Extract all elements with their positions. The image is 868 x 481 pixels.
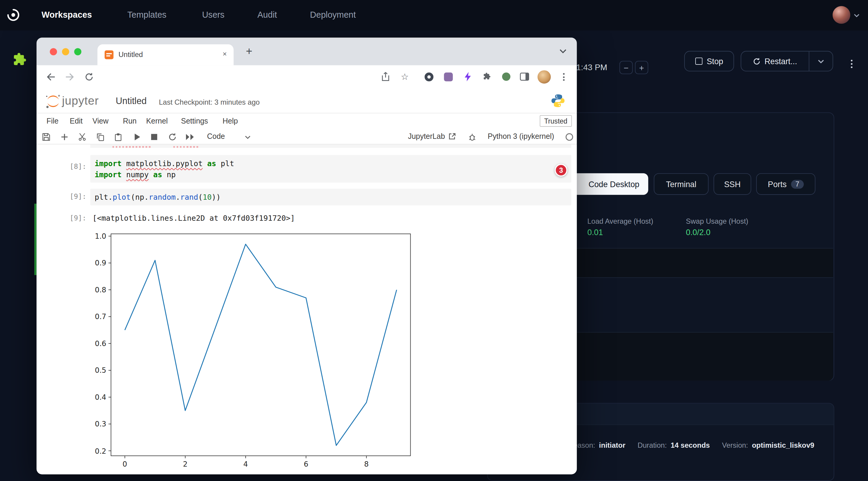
nav-item-users[interactable]: Users [202, 10, 225, 20]
kernel-name[interactable]: Python 3 (ipykernel) [488, 132, 554, 141]
chevron-down-icon [817, 59, 824, 64]
kebab-icon [850, 59, 852, 61]
browser-address-bar: 5555--main--test--matifali.atif.cdr.dev/… [37, 65, 577, 89]
coder-logo[interactable] [5, 7, 21, 25]
nav-item-workspaces[interactable]: Workspaces [41, 10, 92, 20]
build-meta-row: Reason: initiator Duration: 14 seconds V… [568, 441, 814, 450]
y-tick-label: 0.4 [95, 393, 106, 401]
ports-button[interactable]: Ports 7 [756, 173, 815, 195]
menu-edit[interactable]: Edit [70, 117, 83, 125]
chevron-down-icon [245, 135, 251, 139]
save-icon[interactable] [42, 133, 51, 141]
ports-count-badge: 7 [791, 180, 804, 189]
menu-help[interactable]: Help [222, 117, 238, 125]
zoom-in-button[interactable]: + [635, 61, 648, 74]
paste-cell-icon[interactable] [114, 133, 122, 141]
share-icon[interactable] [381, 72, 390, 81]
jupyter-wordmark: jupyter [62, 94, 99, 107]
puzzle-extension-icon[interactable] [11, 52, 28, 71]
cut-cell-icon[interactable] [78, 133, 86, 141]
extension-icon-5[interactable] [502, 72, 510, 81]
menu-kernel[interactable]: Kernel [146, 117, 168, 125]
nav-item-audit[interactable]: Audit [257, 10, 277, 20]
restart-label: Restart... [765, 57, 797, 66]
menu-file[interactable]: File [46, 117, 59, 125]
cell-type-dropdown[interactable]: Code [203, 131, 254, 143]
debugger-icon[interactable] [468, 133, 476, 141]
user-avatar[interactable] [833, 6, 850, 24]
extension-icon-2[interactable] [444, 72, 453, 82]
kernel-status-icon [565, 133, 574, 141]
copy-cell-icon[interactable] [96, 133, 105, 141]
terminal-button[interactable]: Terminal [654, 173, 709, 195]
y-tick-label: 0.2 [95, 447, 106, 455]
restart-button[interactable]: Restart... [741, 52, 809, 71]
window-close-button[interactable] [50, 48, 57, 56]
menu-view[interactable]: View [92, 117, 108, 125]
jupyterlab-link[interactable]: JupyterLab [408, 132, 455, 141]
notebook-scroll-area[interactable]: [8]: import matplotlib.pyplot as plt imp… [37, 145, 577, 474]
x-tick-label: 6 [304, 460, 308, 469]
clipped-cell-remnant [90, 145, 571, 148]
new-tab-button[interactable]: + [242, 45, 255, 58]
browser-tab-strip: Untitled × + [37, 38, 577, 65]
menu-settings[interactable]: Settings [181, 117, 208, 125]
nav-item-templates[interactable]: Templates [127, 10, 166, 20]
run-cell-icon[interactable] [133, 133, 141, 141]
browser-tab[interactable]: Untitled × [97, 44, 234, 65]
cell9-output-prompt: [9]: [52, 214, 86, 222]
restart-options-button[interactable] [809, 52, 833, 71]
code-line: import matplotlib.pyplot as plt [95, 158, 234, 169]
cell9-output-text: [<matplotlib.lines.Line2D at 0x7fd03f191… [92, 214, 295, 223]
window-minimize-button[interactable] [62, 48, 69, 56]
add-cell-icon[interactable] [60, 133, 69, 141]
jupyter-menubar: File Edit View Run Kernel Settings Help … [37, 114, 577, 129]
y-tick-label: 0.6 [95, 340, 106, 348]
y-tick-label: 0.9 [95, 259, 106, 267]
code-line: plt.plot(np.random.rand(10)) [95, 192, 221, 203]
y-tick-label: 1.0 [95, 232, 106, 241]
restart-split-button: Restart... [741, 51, 833, 71]
stop-kernel-icon[interactable] [151, 133, 158, 141]
y-tick-label: 0.7 [95, 313, 106, 321]
nav-item-deployment[interactable]: Deployment [310, 10, 356, 20]
back-icon[interactable] [46, 72, 55, 82]
swap-usage-label: Swap Usage (Host) [686, 217, 748, 225]
tab-close-icon[interactable]: × [220, 50, 229, 59]
workspace-menu-button[interactable] [846, 58, 857, 70]
line-plot [111, 234, 410, 455]
browser-menu-icon[interactable] [560, 71, 567, 83]
ssh-button[interactable]: SSH [714, 173, 751, 195]
jupyterlab-label: JupyterLab [408, 132, 445, 141]
extension-1password-icon[interactable] [424, 72, 434, 82]
restart-run-all-icon[interactable] [185, 133, 195, 141]
avatar-chevron-icon[interactable] [854, 13, 860, 18]
sidebar-panel-icon[interactable] [520, 72, 529, 81]
bookmark-star-icon[interactable]: ☆ [401, 71, 408, 82]
duration-label: Duration: [638, 441, 667, 450]
zoom-out-button[interactable]: − [619, 61, 632, 74]
jupyter-toolbar: Code JupyterLab Python 3 (ipykernel) [37, 129, 577, 145]
load-average-value: 0.01 [587, 228, 603, 237]
cell8-input[interactable]: import matplotlib.pyplot as plt import n… [90, 155, 571, 183]
version-value[interactable]: optimistic_liskov9 [752, 441, 814, 450]
stop-icon [695, 58, 702, 65]
browser-window: Untitled × + 5555--main--test--matifali.… [37, 38, 577, 474]
window-maximize-button[interactable] [74, 48, 81, 56]
restart-kernel-icon[interactable] [168, 133, 177, 141]
menu-run[interactable]: Run [123, 117, 137, 125]
notification-badge[interactable]: 3 [555, 164, 567, 176]
stop-workspace-button[interactable]: Stop [684, 51, 734, 71]
cell-type-value: Code [207, 132, 225, 141]
extensions-puzzle-icon[interactable] [482, 72, 492, 81]
browser-profile-avatar[interactable] [537, 70, 551, 83]
extension-lightning-icon[interactable] [463, 71, 472, 82]
notebook-title[interactable]: Untitled [116, 96, 147, 106]
jupyter-logo-icon [45, 94, 61, 109]
reload-icon[interactable] [85, 72, 94, 82]
cell9-input[interactable]: plt.plot(np.random.rand(10)) [90, 189, 571, 205]
forward-icon[interactable] [65, 72, 75, 82]
tab-search-chevron-icon[interactable] [559, 49, 567, 54]
trusted-button[interactable]: Trusted [540, 115, 572, 127]
workspace-clock: 1:43 PM [576, 63, 607, 72]
